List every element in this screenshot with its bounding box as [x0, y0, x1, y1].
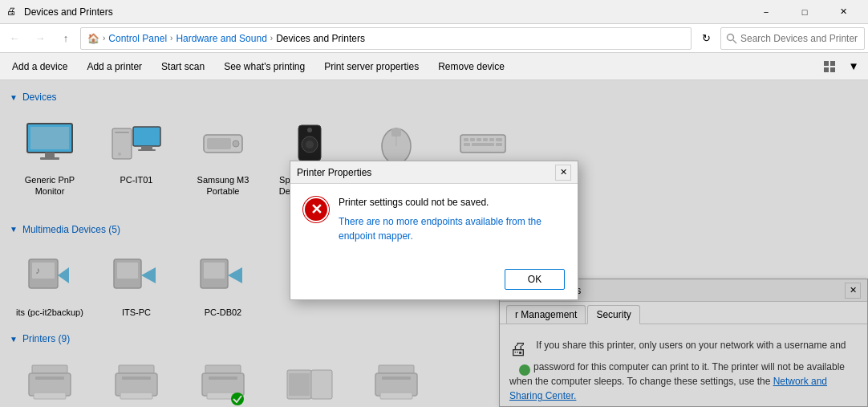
- back-button[interactable]: ←: [3, 27, 26, 50]
- minimize-button[interactable]: −: [748, 0, 785, 24]
- modal-overlay: Printer Properties ✕ ✕ Printer settings …: [0, 80, 868, 407]
- start-scan-button[interactable]: Start scan: [152, 55, 213, 78]
- error-dialog-title: Printer Properties: [297, 167, 555, 178]
- window-icon: 🖨: [6, 6, 19, 18]
- view-controls: ▼: [818, 55, 865, 78]
- svg-rect-0: [824, 61, 829, 66]
- error-dialog-texts: Printer settings could not be saved. The…: [339, 197, 565, 243]
- search-input[interactable]: [720, 27, 865, 50]
- svg-rect-3: [830, 67, 835, 72]
- view-dropdown-button[interactable]: ▼: [842, 55, 865, 78]
- refresh-button[interactable]: ↻: [695, 27, 717, 50]
- add-device-button[interactable]: Add a device: [3, 55, 76, 78]
- breadcrumb-home-icon: 🏠: [87, 33, 99, 44]
- title-bar: 🖨 Devices and Printers − □ ✕: [0, 0, 868, 24]
- forward-button[interactable]: →: [29, 27, 51, 50]
- error-dialog-body: ✕ Printer settings could not be saved. T…: [290, 184, 578, 263]
- error-dialog-buttons: OK: [290, 263, 578, 299]
- breadcrumb-devices-printers[interactable]: Devices and Printers: [276, 33, 365, 44]
- view-toggle-button[interactable]: [818, 55, 841, 78]
- error-dialog-message: ✕ Printer settings could not be saved. T…: [303, 197, 565, 243]
- maximize-button[interactable]: □: [786, 0, 823, 24]
- ok-button[interactable]: OK: [505, 269, 565, 290]
- error-icon: ✕: [303, 197, 329, 222]
- error-dialog-title-bar: Printer Properties ✕: [290, 161, 578, 184]
- window-controls: − □ ✕: [748, 0, 862, 24]
- error-sub-text: There are no more endpoints available fr…: [339, 214, 565, 243]
- svg-rect-2: [824, 67, 829, 72]
- print-server-properties-button[interactable]: Print server properties: [315, 55, 428, 78]
- remove-device-button[interactable]: Remove device: [429, 55, 513, 78]
- breadcrumb-control-panel[interactable]: Control Panel: [108, 33, 167, 44]
- up-button[interactable]: ↑: [55, 27, 77, 50]
- breadcrumb: 🏠 › Control Panel › Hardware and Sound ›…: [80, 27, 692, 50]
- error-main-text: Printer settings could not be saved.: [339, 197, 565, 208]
- error-dialog-close-button[interactable]: ✕: [555, 165, 571, 181]
- add-printer-button[interactable]: Add a printer: [78, 55, 151, 78]
- toolbar: Add a device Add a printer Start scan Se…: [0, 53, 868, 80]
- printer-properties-error-dialog: Printer Properties ✕ ✕ Printer settings …: [290, 161, 578, 300]
- address-bar: ← → ↑ 🏠 › Control Panel › Hardware and S…: [0, 24, 868, 53]
- breadcrumb-hardware-sound[interactable]: Hardware and Sound: [176, 33, 266, 44]
- main-content: ▼ Devices Generic PnP Monitor: [0, 80, 868, 407]
- svg-rect-1: [830, 61, 835, 66]
- see-whats-printing-button[interactable]: See what's printing: [215, 55, 314, 78]
- window-title: Devices and Printers: [24, 6, 748, 18]
- close-button[interactable]: ✕: [825, 0, 862, 24]
